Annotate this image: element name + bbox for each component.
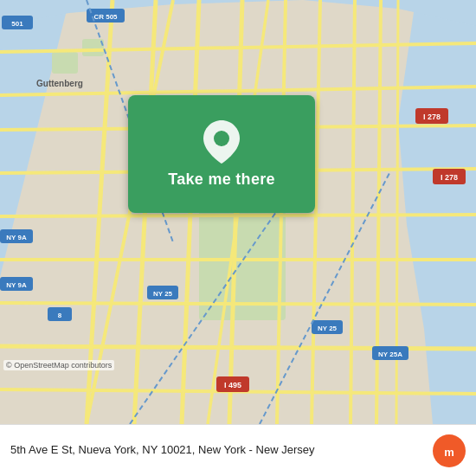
svg-text:501: 501 bbox=[11, 20, 23, 28]
svg-text:NY 25A: NY 25A bbox=[378, 351, 402, 358]
take-me-there-button[interactable]: Take me there bbox=[128, 95, 315, 213]
svg-rect-5 bbox=[52, 52, 78, 74]
location-pin-icon bbox=[203, 120, 240, 164]
svg-text:NY 25: NY 25 bbox=[153, 290, 173, 298]
svg-text:CR 505: CR 505 bbox=[93, 13, 118, 21]
svg-text:Guttenberg: Guttenberg bbox=[36, 79, 83, 88]
osm-attribution: © OpenStreetMap contributors bbox=[3, 360, 114, 370]
svg-text:I 495: I 495 bbox=[224, 381, 241, 389]
svg-point-53 bbox=[214, 131, 229, 146]
svg-text:m: m bbox=[444, 446, 454, 459]
svg-line-15 bbox=[396, 0, 398, 424]
svg-text:8: 8 bbox=[58, 312, 62, 319]
svg-line-22 bbox=[0, 303, 476, 305]
moovit-icon: m bbox=[433, 434, 466, 467]
svg-text:NY 9A: NY 9A bbox=[6, 281, 27, 289]
take-me-there-label: Take me there bbox=[168, 170, 275, 189]
address-section: 5th Ave E St, Nueva York, NY 10021, New … bbox=[10, 442, 424, 458]
svg-text:I 278: I 278 bbox=[441, 173, 458, 182]
moovit-logo: m bbox=[433, 434, 466, 467]
svg-text:I 278: I 278 bbox=[423, 113, 441, 121]
map-view: NY 9A NY 9A 8 NY 25 NY 25 NY 25A I 278 I… bbox=[0, 0, 476, 424]
svg-text:NY 25: NY 25 bbox=[318, 325, 338, 332]
address-text: 5th Ave E St, Nueva York, NY 10021, New … bbox=[10, 442, 424, 458]
bottom-bar: 5th Ave E St, Nueva York, NY 10021, New … bbox=[0, 424, 476, 476]
svg-text:NY 9A: NY 9A bbox=[6, 234, 27, 241]
